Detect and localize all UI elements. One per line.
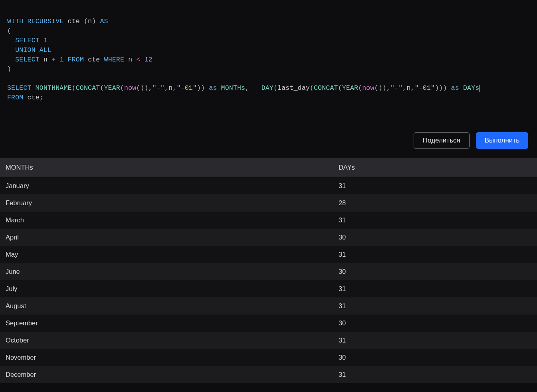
cell-month: January [0,177,333,195]
comma: , [164,84,168,92]
kw-from: FROM [68,56,84,63]
id-cte: cte [68,18,80,25]
table-row: May31 [0,246,537,263]
alias-days: DAYs [463,84,479,92]
sql-editor[interactable]: WITH RECURSIVE cte (n) AS ( SELECT 1 UNI… [0,0,537,107]
str-01: "-01" [176,84,197,92]
kw-as: as [209,84,217,92]
table-row: March31 [0,212,537,229]
lparen: ( [120,84,124,92]
num-12: 12 [145,56,153,63]
rparen: ) [92,18,96,25]
cell-month: October [0,332,333,349]
kw-union: UNION [15,46,36,54]
str-dash: "-" [153,84,164,92]
lparen: ( [7,27,11,35]
num-1: 1 [59,56,63,63]
table-header-row: MONTHs DAYs [0,158,537,177]
fn-day: DAY [262,84,273,92]
rparen: ) [201,84,205,92]
kw-as: AS [100,18,108,25]
rparen: ) [145,84,149,92]
rparen: ) [435,84,439,92]
cell-days: 30 [333,263,537,280]
table-row: February28 [0,194,537,212]
lparen: ( [375,84,378,92]
id-cte: cte [28,94,40,101]
cell-month: March [0,212,333,229]
lparen: ( [273,84,277,92]
fn-concat: CONCAT [314,84,338,92]
comma: , [411,84,415,92]
table-row: October31 [0,332,537,349]
cell-month: July [0,280,333,297]
cell-days: 30 [333,229,537,246]
kw-select: SELECT [7,84,32,92]
comma: , [245,84,249,92]
run-button[interactable]: Выполнить [476,132,528,149]
cell-days: 31 [333,297,537,315]
semicolon: ; [40,94,44,101]
fn-now: now [124,84,136,92]
table-row: January31 [0,177,537,195]
comma: , [402,84,406,92]
cell-days: 31 [333,246,537,263]
fn-now: now [362,84,374,92]
kw-recursive: RECURSIVE [28,18,64,25]
lparen: ( [100,84,104,92]
rparen: ) [378,84,382,92]
rparen: ) [439,84,443,92]
text-cursor [480,85,480,92]
table-row: April30 [0,229,537,246]
table-row: December31 [0,366,537,383]
cell-days: 31 [333,280,537,297]
lparen: ( [136,84,140,92]
lparen: ( [310,84,314,92]
kw-select: SELECT [15,56,40,63]
id-n: n [406,84,410,92]
cell-month: February [0,194,333,212]
cell-month: August [0,297,333,315]
fn-monthname: MONTHNAME [36,84,72,92]
cell-days: 30 [333,349,537,366]
rparen: ) [197,84,201,92]
table-row: June30 [0,263,537,280]
cell-month: June [0,263,333,280]
kw-as: as [451,84,459,92]
kw-select: SELECT [15,37,40,44]
kw-from: FROM [7,94,23,101]
alias-months: MONTHs [221,84,246,92]
num-1: 1 [44,37,48,44]
str-01: "-01" [415,84,435,92]
table-row: November30 [0,349,537,366]
comma: , [172,84,176,92]
lparen: ( [72,84,76,92]
id-cte: cte [88,56,100,63]
rparen: ) [7,65,11,73]
cell-month: September [0,315,333,332]
rparen: ) [140,84,144,92]
cell-days: 31 [333,366,537,383]
results-table: MONTHs DAYs January31February28March31Ap… [0,158,537,383]
cell-days: 31 [333,212,537,229]
op-lt: < [136,56,140,63]
cell-days: 31 [333,332,537,349]
id-n: n [168,84,172,92]
table-row: August31 [0,297,537,315]
op-plus: + [52,56,55,63]
id-n: n [44,56,48,63]
lparen: ( [358,84,362,92]
kw-where: WHERE [104,56,125,63]
rparen: ) [382,84,386,92]
table-body: January31February28March31April30May31Ju… [0,177,537,384]
kw-with: WITH [7,18,23,25]
rparen: ) [443,84,447,92]
cell-month: May [0,246,333,263]
fn-year: YEAR [104,84,120,92]
cell-month: November [0,349,333,366]
cell-days: 31 [333,177,537,195]
lparen: ( [338,84,342,92]
share-button[interactable]: Поделиться [414,132,470,149]
cell-month: December [0,366,333,383]
cell-month: April [0,229,333,246]
